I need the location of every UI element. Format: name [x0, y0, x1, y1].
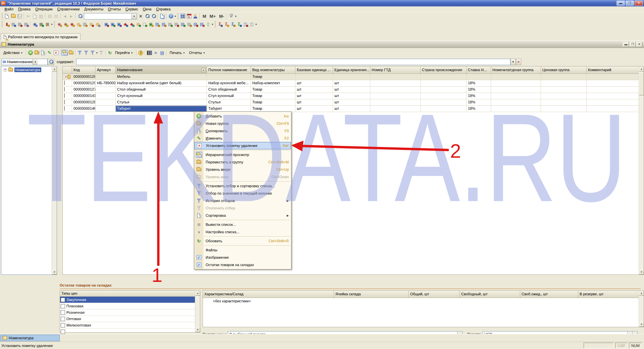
- report-stock-icon[interactable]: Σ: [236, 21, 242, 27]
- scroll-down-icon[interactable]: ▼: [195, 327, 200, 332]
- invoice-coins-icon[interactable]: ▤: [154, 21, 160, 27]
- doc-percent-icon[interactable]: ▤: [192, 21, 199, 27]
- table-cell[interactable]: [96, 74, 116, 80]
- tree-item-nomenclature[interactable]: Номенклатура: [1, 66, 57, 73]
- contacts-cabinet-icon[interactable]: ▮: [4, 21, 10, 27]
- table-cell[interactable]: 18%: [467, 106, 491, 112]
- sales-invoice-icon[interactable]: ◆: [122, 21, 128, 27]
- column-header-12[interactable]: Ценовая группа: [541, 66, 587, 74]
- actions-button[interactable]: Действия▼: [1, 49, 25, 56]
- table-cell[interactable]: Товар: [251, 87, 296, 93]
- new-document-icon[interactable]: [4, 13, 10, 19]
- column-header-7[interactable]: Единица хранения...: [333, 66, 370, 74]
- filter-search-button[interactable]: [48, 59, 54, 65]
- employees-icon[interactable]: ◉: [32, 21, 38, 27]
- column-header-2[interactable]: Артикул: [96, 66, 116, 74]
- table-cell[interactable]: шт: [296, 99, 333, 106]
- customer-order-icon[interactable]: ◉: [56, 21, 62, 27]
- tree-scrollbar[interactable]: ▲ ▼: [52, 66, 57, 275]
- order-close-icon[interactable]: ▣: [116, 21, 122, 27]
- print-labels-icon[interactable]: ▤: [23, 21, 29, 27]
- menu-сервис[interactable]: Сервис: [123, 7, 141, 11]
- table-cell[interactable]: 00000000141: [72, 93, 96, 99]
- scroll-up-icon[interactable]: ▲: [195, 291, 200, 296]
- calculator-icon[interactable]: [179, 13, 186, 19]
- table-cell[interactable]: [541, 80, 587, 87]
- table-scrollbar[interactable]: ▲ ▼: [639, 66, 644, 275]
- open-icon[interactable]: [10, 13, 16, 19]
- table-cell[interactable]: [587, 74, 639, 80]
- customer-invoice-icon[interactable]: ◉: [69, 21, 75, 27]
- table-cell[interactable]: [491, 99, 541, 106]
- menu-справочники[interactable]: Справочники: [55, 7, 82, 11]
- print-price-icon[interactable]: ▤: [16, 21, 23, 27]
- scroll-down-icon[interactable]: ▼: [52, 269, 57, 275]
- pos-terminal-icon[interactable]: ▩: [44, 21, 51, 27]
- table-cell[interactable]: [96, 106, 116, 112]
- child-restore-button[interactable]: ❐: [630, 42, 636, 47]
- table-cell[interactable]: 00000000128: [72, 99, 96, 106]
- menu-item-сортировка[interactable]: ↕Сортировка▶: [195, 212, 291, 219]
- table-row[interactable]: 00000000128СтульяСтульяТоварштшт18%: [63, 99, 644, 106]
- table-cell[interactable]: 18%: [467, 93, 491, 99]
- price-type-row[interactable]: Оптовая: [60, 316, 200, 322]
- sales-report-icon[interactable]: ◆: [128, 21, 135, 27]
- table-cell[interactable]: шт: [333, 99, 370, 106]
- memory-button[interactable]: M: [201, 13, 208, 19]
- menu-отчеты[interactable]: Отчеты: [106, 7, 123, 11]
- stock-column-header[interactable]: В резерве, шт: [578, 291, 639, 298]
- doc-coins-icon[interactable]: ▤: [186, 21, 192, 27]
- dropdown-icon[interactable]: ▼: [255, 23, 257, 26]
- menu-справка[interactable]: Справка: [154, 7, 173, 11]
- dropdown-icon[interactable]: ▼: [20, 52, 23, 54]
- windows-list-icon[interactable]: [159, 13, 165, 19]
- table-cell[interactable]: 18%: [467, 87, 491, 93]
- new-group-icon[interactable]: +: [34, 50, 40, 56]
- help-icon[interactable]: ?: [138, 50, 144, 56]
- price-type-row[interactable]: Мелкооптовая: [60, 322, 200, 329]
- table-cell[interactable]: [370, 93, 421, 99]
- memory-plus-button[interactable]: M+: [208, 13, 217, 19]
- stock-column-header[interactable]: Своб.ожид., шт: [520, 291, 578, 298]
- report-money-icon[interactable]: Σ: [229, 21, 236, 27]
- table-cell[interactable]: [587, 93, 639, 99]
- zoom-out-icon[interactable]: −: [150, 13, 157, 19]
- table-cell[interactable]: [421, 74, 467, 80]
- table-cell[interactable]: [63, 106, 72, 112]
- column-header-5[interactable]: Вид номенклатуры: [251, 66, 296, 74]
- menu-документы[interactable]: Документы: [82, 7, 106, 11]
- table-cell[interactable]: [491, 87, 541, 93]
- report-chart-icon[interactable]: ◫: [242, 21, 249, 27]
- scroll-down-icon[interactable]: ▼: [639, 269, 644, 275]
- menu-item-переместить-в-группу[interactable]: →Переместить в группуCtrl+Shift+M: [195, 158, 291, 166]
- hierarchy-view-icon[interactable]: [61, 50, 68, 56]
- table-cell[interactable]: [96, 87, 116, 93]
- dropdown-icon[interactable]: ▼: [183, 52, 185, 54]
- table-cell[interactable]: 00000000127: [72, 87, 96, 93]
- dropdown-icon[interactable]: ▼: [174, 15, 176, 17]
- dropdown-icon[interactable]: ▼: [51, 23, 53, 26]
- table-cell[interactable]: [587, 87, 639, 93]
- table-cell[interactable]: 00000000126: [72, 74, 96, 80]
- checkbox-icon[interactable]: [61, 317, 65, 321]
- add-icon[interactable]: +: [27, 50, 34, 56]
- doc-approve-icon[interactable]: ▤: [179, 21, 186, 27]
- table-cell[interactable]: шт: [296, 106, 333, 112]
- table-cell[interactable]: [370, 106, 421, 112]
- table-cell[interactable]: [370, 74, 421, 80]
- table-cell[interactable]: шт: [333, 106, 370, 112]
- doc-client-icon[interactable]: ▤: [199, 21, 205, 27]
- table-cell[interactable]: [541, 99, 587, 106]
- column-header-11[interactable]: Номенклатурная группа: [491, 66, 541, 74]
- table-cell[interactable]: [370, 80, 421, 87]
- table-cell[interactable]: [296, 74, 333, 80]
- table-cell[interactable]: [207, 74, 251, 80]
- table-cell[interactable]: 00000000129: [72, 80, 96, 87]
- list-columns-icon[interactable]: ▤: [159, 50, 165, 56]
- scroll-up-icon[interactable]: ▲: [639, 66, 644, 71]
- list-view-icon[interactable]: ≡: [153, 50, 159, 56]
- scroll-up-icon[interactable]: ▲: [52, 66, 57, 71]
- table-cell[interactable]: шт: [333, 80, 370, 87]
- menu-item-отбор-по-значению-в-текущей-колонке[interactable]: =Отбор по значению в текущей колонке: [195, 190, 291, 197]
- bank-account-icon[interactable]: ▥: [82, 21, 88, 27]
